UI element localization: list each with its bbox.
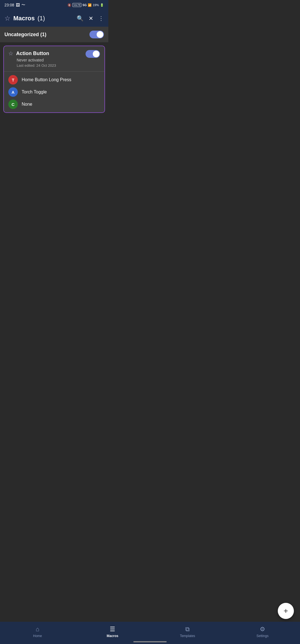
macro-card[interactable]: ☆ Action Button Never activated Last edi… [3, 46, 105, 113]
macro-name: Action Button [16, 51, 49, 56]
header-actions: 🔍 ✕ ⋮ [77, 15, 104, 22]
macro-toggle[interactable] [86, 50, 100, 58]
section-title: Uncategorized (1) [4, 32, 46, 38]
macro-divider [4, 71, 104, 72]
macro-toggle-thumb [93, 51, 99, 57]
battery-icon: 🔋 [100, 3, 104, 7]
macro-last-edited: Last edited: 24 Oct 2023 [8, 63, 56, 68]
section-header: Uncategorized (1) [0, 27, 108, 42]
toggle-thumb [97, 31, 103, 38]
time-display: 23:08 [4, 3, 14, 7]
main-content: Uncategorized (1) ☆ Action Button Never … [0, 27, 108, 141]
macro-title-group: ☆ Action Button Never activated Last edi… [8, 50, 56, 68]
macro-card-header: ☆ Action Button Never activated Last edi… [4, 46, 104, 70]
trigger-badge: T [8, 75, 18, 85]
app-header: ☆ Macros (1) 🔍 ✕ ⋮ [0, 10, 108, 27]
macros-count: (1) [38, 15, 45, 22]
page-title: Macros [13, 15, 35, 22]
volte-icon: VoLTE [72, 3, 81, 7]
constraint-label: None [22, 102, 32, 107]
status-bar-left: 23:08 🖼 〜 [4, 3, 25, 8]
mountain-icon: 〜 [21, 3, 25, 8]
header-title-group: ☆ Macros (1) [4, 14, 73, 22]
macro-item-trigger[interactable]: T Home Button Long Press [8, 75, 100, 85]
trigger-label: Home Button Long Press [22, 77, 71, 82]
photo-icon: 🖼 [16, 3, 20, 7]
search-button[interactable]: 🔍 [77, 15, 84, 22]
action-label: Torch Toggle [22, 90, 47, 95]
status-bar-right: 🔇 VoLTE 5G 📶 19% 🔋 [68, 3, 104, 7]
macro-item-constraint[interactable]: C None [8, 100, 100, 109]
signal-icon: 📶 [88, 3, 92, 7]
mute-icon: 🔇 [68, 3, 71, 7]
close-button[interactable]: ✕ [89, 15, 93, 22]
action-badge: A [8, 87, 18, 97]
section-toggle[interactable] [89, 31, 104, 38]
more-options-button[interactable]: ⋮ [98, 15, 104, 22]
macro-name-row: ☆ Action Button [8, 50, 56, 57]
star-icon[interactable]: ☆ [4, 14, 11, 22]
macro-items-list: T Home Button Long Press A Torch Toggle … [4, 73, 104, 112]
battery-display: 19% [93, 3, 99, 7]
macro-status: Never activated [8, 58, 56, 62]
macro-item-action[interactable]: A Torch Toggle [8, 87, 100, 97]
macro-star-icon[interactable]: ☆ [8, 50, 13, 57]
status-bar: 23:08 🖼 〜 🔇 VoLTE 5G 📶 19% 🔋 [0, 0, 108, 10]
5g-icon: 5G [82, 3, 87, 7]
constraint-badge: C [8, 100, 18, 109]
